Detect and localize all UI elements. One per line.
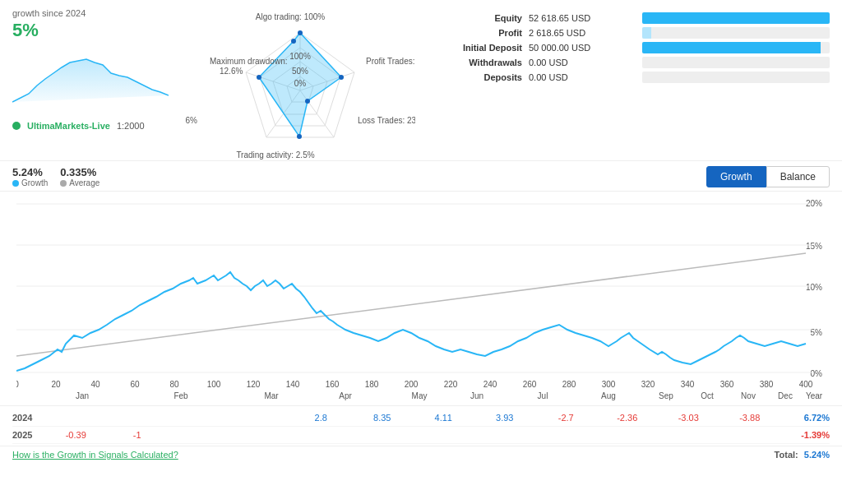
month-cell: 4.11 — [413, 412, 474, 423]
equity-value: 52 618.65 USD — [529, 13, 636, 23]
footer-total: Total: 5.24% — [775, 450, 830, 460]
initial-deposit-bar-container — [642, 42, 830, 53]
withdrawals-row: Withdrawals 0.00 USD — [423, 57, 830, 68]
month-cell — [168, 429, 229, 441]
svg-text:Sep: Sep — [659, 391, 673, 400]
svg-text:100: 100 — [207, 380, 221, 389]
svg-text:160: 160 — [326, 380, 340, 389]
withdrawals-label: Withdrawals — [423, 58, 522, 67]
deposits-bar-container — [642, 72, 830, 83]
average-dot — [60, 180, 67, 187]
total-label: Total: — [775, 450, 798, 460]
svg-text:Dec: Dec — [778, 391, 793, 400]
year-2024-label: 2024 — [12, 413, 45, 423]
month-cell: -3.03 — [658, 412, 719, 423]
svg-text:12.6%: 12.6% — [220, 67, 243, 76]
profit-value: 2 618.65 USD — [529, 28, 636, 38]
profit-label: Profit — [423, 28, 522, 38]
svg-text:Apr: Apr — [339, 391, 352, 400]
svg-text:Loss Trades: 23.1%: Loss Trades: 23.1% — [358, 116, 415, 125]
main-chart-svg: 20% 15% 10% 5% 0% 0 20 40 60 80 100 120 … — [16, 192, 830, 401]
month-cell: -3.88 — [719, 412, 781, 423]
growth-since-label: growth since 2024 — [12, 8, 177, 18]
account-info: UltimaMarkets-Live 1:2000 — [12, 121, 177, 131]
growth-button[interactable]: Growth — [706, 166, 766, 187]
svg-text:60: 60 — [130, 380, 140, 389]
growth-legend-value: 5.24% — [12, 166, 43, 178]
svg-text:340: 340 — [681, 380, 695, 389]
year-2024-row: 2024 2.8 8.35 4.11 3.93 -2.7 -2.36 -3.03… — [12, 409, 830, 427]
legend-section: 5.24% Growth 0.335% Average — [12, 166, 99, 187]
month-cell — [229, 412, 291, 423]
svg-text:Profit Trades: 76.9%: Profit Trades: 76.9% — [366, 57, 415, 66]
svg-text:80: 80 — [169, 380, 179, 389]
month-cell — [535, 429, 597, 441]
svg-text:15%: 15% — [806, 242, 822, 251]
year-2024-months: 2.8 8.35 4.11 3.93 -2.7 -2.36 -3.03 -3.8… — [45, 412, 780, 423]
month-cell — [290, 429, 352, 441]
svg-text:280: 280 — [562, 380, 576, 389]
equity-label: Equity — [423, 13, 522, 23]
growth-pct-value: 5% — [12, 20, 177, 41]
month-cell — [413, 429, 474, 441]
svg-text:Oct: Oct — [701, 391, 714, 400]
growth-calc-link[interactable]: How is the Growth in Signals Calculated? — [12, 450, 178, 460]
leverage-value: 1:2000 — [117, 121, 145, 131]
svg-text:260: 260 — [523, 380, 537, 389]
svg-point-13 — [297, 134, 302, 139]
profit-bar — [642, 27, 651, 39]
month-cell: -0.39 — [45, 429, 107, 441]
svg-point-12 — [305, 99, 310, 104]
svg-text:300: 300 — [602, 380, 616, 389]
radar-svg: 100% 50% 0% Algo trading: 100% Profit Tr… — [185, 8, 415, 160]
monthly-table: 2024 2.8 8.35 4.11 3.93 -2.7 -2.36 -3.03… — [0, 405, 842, 446]
average-legend: 0.335% Average — [60, 166, 99, 187]
status-dot — [12, 122, 21, 130]
view-toggle: Growth Balance — [706, 166, 830, 187]
svg-text:10%: 10% — [806, 283, 822, 292]
svg-point-15 — [291, 39, 296, 44]
month-cell — [352, 429, 414, 441]
svg-text:Jun: Jun — [470, 391, 483, 400]
profit-bar-container — [642, 27, 830, 39]
radar-chart-section: 100% 50% 0% Algo trading: 100% Profit Tr… — [185, 8, 415, 156]
svg-text:May: May — [412, 391, 428, 400]
growth-legend-sub: Growth — [12, 178, 48, 187]
svg-text:0: 0 — [16, 380, 19, 389]
svg-text:0%: 0% — [294, 79, 307, 88]
growth-mini-section: growth since 2024 5% UltimaMarkets-Live … — [12, 8, 177, 131]
month-cell — [474, 429, 536, 441]
month-cell — [107, 412, 169, 423]
svg-text:Jul: Jul — [538, 391, 548, 400]
svg-text:100%: 100% — [289, 52, 311, 61]
year-2025-row: 2025 -0.39 -1 -1.39% — [12, 427, 830, 444]
equity-bar-container — [642, 12, 830, 24]
svg-text:20: 20 — [51, 380, 61, 389]
svg-text:220: 220 — [444, 380, 458, 389]
svg-text:200: 200 — [405, 380, 419, 389]
profit-row: Profit 2 618.65 USD — [423, 27, 830, 39]
svg-text:240: 240 — [483, 380, 497, 389]
svg-text:Algo trading: 100%: Algo trading: 100% — [256, 12, 326, 21]
year-2024-total: 6.72% — [780, 413, 830, 423]
total-value: 5.24% — [804, 450, 830, 460]
withdrawals-bar-container — [642, 57, 830, 68]
mini-line-chart — [12, 44, 169, 110]
svg-text:40: 40 — [90, 380, 100, 389]
year-2025-total: -1.39% — [780, 430, 830, 440]
initial-deposit-label: Initial Deposit — [423, 43, 522, 53]
svg-text:Maximum drawdown:: Maximum drawdown: — [210, 57, 287, 66]
month-cell: -2.36 — [597, 412, 659, 423]
equity-bar — [642, 12, 830, 24]
balance-button[interactable]: Balance — [766, 166, 830, 187]
average-legend-value: 0.335% — [60, 166, 96, 178]
controls-row: 5.24% Growth 0.335% Average Growth Balan… — [0, 160, 842, 192]
initial-deposit-bar — [642, 42, 821, 53]
svg-text:400: 400 — [799, 380, 813, 389]
month-cell — [597, 429, 659, 441]
growth-legend-label: Growth — [21, 178, 48, 187]
month-cell — [719, 429, 781, 441]
average-legend-label: Average — [69, 178, 99, 187]
average-legend-sub: Average — [60, 178, 99, 187]
svg-text:50%: 50% — [292, 67, 308, 76]
